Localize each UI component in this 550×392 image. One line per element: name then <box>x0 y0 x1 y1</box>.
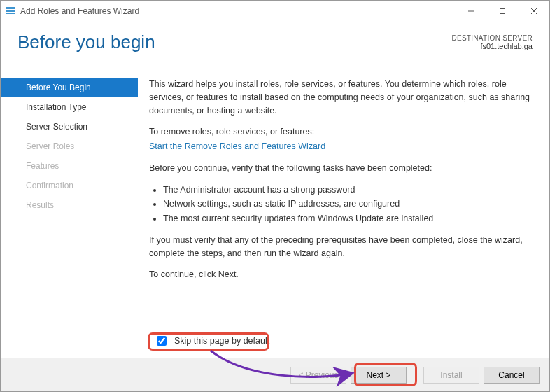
wizard-content: This wizard helps you install roles, rol… <box>138 78 549 358</box>
skip-page-checkbox-container[interactable]: Skip this page by default <box>154 334 269 348</box>
skip-page-label: Skip this page by default <box>174 336 269 346</box>
close-button[interactable] <box>518 1 549 22</box>
sidebar-item-server-roles: Server Roles <box>1 136 138 156</box>
verify-note: If you must verify that any of the prece… <box>149 234 531 260</box>
minimize-button[interactable] <box>455 1 486 22</box>
sidebar-item-server-selection[interactable]: Server Selection <box>1 117 138 136</box>
destination-server-name: fs01.techlab.ga <box>451 42 533 50</box>
install-button: Install <box>423 367 479 384</box>
wizard-footer: < Previous Next > Install Cancel <box>1 358 549 391</box>
svg-rect-0 <box>6 7 15 9</box>
server-manager-icon <box>5 5 16 18</box>
remove-label: To remove roles, role services, or featu… <box>149 125 531 139</box>
svg-rect-1 <box>6 10 15 12</box>
next-button[interactable]: Next > <box>351 367 407 384</box>
destination-server-info: DESTINATION SERVER fs01.techlab.ga <box>451 34 533 50</box>
sidebar-item-before-you-begin[interactable]: Before You Begin <box>1 78 138 97</box>
continue-note: To continue, click Next. <box>149 268 531 281</box>
remove-roles-link[interactable]: Start the Remove Roles and Features Wiza… <box>149 141 325 151</box>
sidebar-item-installation-type[interactable]: Installation Type <box>1 97 138 117</box>
svg-rect-4 <box>500 9 505 14</box>
window-title: Add Roles and Features Wizard <box>20 6 139 16</box>
previous-button: < Previous <box>290 367 346 384</box>
destination-server-label: DESTINATION SERVER <box>451 34 533 42</box>
sidebar-item-results: Results <box>1 195 138 215</box>
skip-page-checkbox[interactable] <box>157 336 167 346</box>
wizard-header: Before you begin DESTINATION SERVER fs01… <box>1 22 549 78</box>
list-item: Network settings, such as static IP addr… <box>163 197 531 211</box>
list-item: The most current security updates from W… <box>163 212 531 225</box>
cancel-button[interactable]: Cancel <box>484 367 540 384</box>
list-item: The Administrator account has a strong p… <box>163 183 531 197</box>
wizard-steps-sidebar: Before You Begin Installation Type Serve… <box>1 78 138 358</box>
sidebar-item-features: Features <box>1 156 138 176</box>
verify-label: Before you continue, verify that the fol… <box>149 162 531 175</box>
intro-text: This wizard helps you install roles, rol… <box>149 78 531 117</box>
svg-rect-2 <box>6 13 15 14</box>
titlebar: Add Roles and Features Wizard <box>1 1 549 22</box>
prereq-list: The Administrator account has a strong p… <box>149 183 531 225</box>
maximize-button[interactable] <box>486 1 518 22</box>
sidebar-item-confirmation: Confirmation <box>1 176 138 195</box>
